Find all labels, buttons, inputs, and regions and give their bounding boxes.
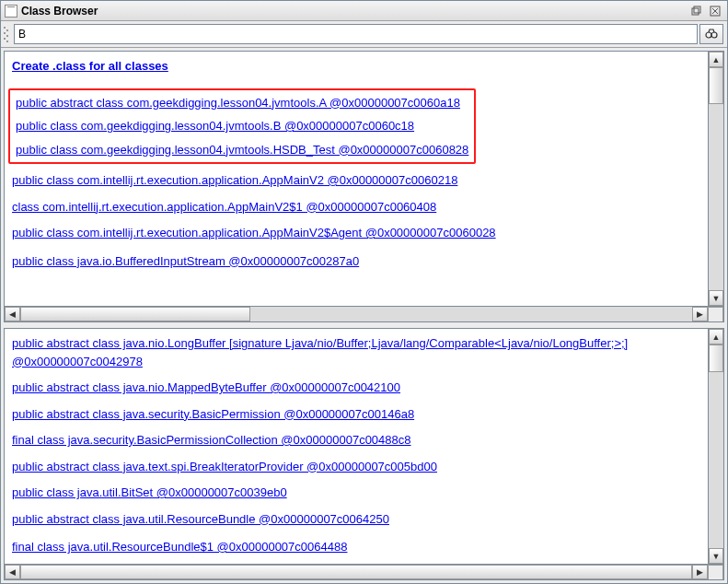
scroll-thumb[interactable] xyxy=(20,307,250,321)
class-link[interactable]: class com.intellij.rt.execution.applicat… xyxy=(12,198,716,216)
search-toolbar xyxy=(1,21,727,48)
search-input[interactable] xyxy=(14,24,698,44)
class-link[interactable]: public abstract class java.nio.LongBuffe… xyxy=(12,334,716,370)
scroll-track[interactable] xyxy=(20,307,692,321)
top-pane-content: Create .class for all classes public abs… xyxy=(5,52,723,306)
scroll-right-icon[interactable]: ▶ xyxy=(692,565,708,579)
class-link[interactable]: final class java.util.ResourceBundle$1 @… xyxy=(12,538,716,556)
window-title: Class Browser xyxy=(21,5,688,18)
scroll-down-icon[interactable]: ▼ xyxy=(709,290,723,306)
class-link[interactable]: public class com.intellij.rt.execution.a… xyxy=(12,171,716,190)
scroll-thumb[interactable] xyxy=(709,345,723,372)
titlebar-buttons xyxy=(688,4,723,18)
scroll-left-icon[interactable]: ◀ xyxy=(5,565,20,579)
search-button[interactable] xyxy=(699,24,723,44)
scroll-up-icon[interactable]: ▲ xyxy=(709,329,723,345)
svg-rect-0 xyxy=(692,8,699,15)
scroll-corner xyxy=(708,307,723,322)
svg-rect-1 xyxy=(694,6,700,13)
class-link[interactable]: public abstract class com.geekdigging.le… xyxy=(16,94,468,112)
window-icon xyxy=(5,5,17,18)
scroll-track[interactable] xyxy=(709,345,723,548)
bottom-pane: public abstract class java.nio.LongBuffe… xyxy=(4,328,724,580)
scroll-thumb[interactable] xyxy=(709,67,723,104)
highlighted-group: public abstract class com.geekdigging.le… xyxy=(8,88,476,165)
scroll-thumb[interactable] xyxy=(20,565,692,579)
maximize-icon[interactable] xyxy=(688,4,705,18)
class-link[interactable]: public class com.geekdigging.lesson04.jv… xyxy=(16,117,468,135)
create-class-link[interactable]: Create .class for all classes xyxy=(12,57,716,76)
titlebar: Class Browser xyxy=(1,1,727,21)
class-link[interactable]: public abstract class java.text.spi.Brea… xyxy=(12,458,716,476)
bottom-pane-content: public abstract class java.nio.LongBuffe… xyxy=(5,329,723,564)
class-link[interactable]: public abstract class java.security.Basi… xyxy=(12,405,716,424)
top-vscroll[interactable]: ▲ ▼ xyxy=(708,52,723,306)
svg-point-4 xyxy=(711,32,717,38)
class-link[interactable]: public class java.io.BufferedInputStream… xyxy=(12,252,716,271)
bottom-hscroll[interactable]: ◀ ▶ xyxy=(5,564,723,579)
scroll-up-icon[interactable]: ▲ xyxy=(709,52,723,67)
class-link[interactable]: public abstract class java.nio.MappedByt… xyxy=(12,379,716,397)
class-link[interactable]: public class com.intellij.rt.execution.a… xyxy=(12,224,716,242)
bottom-vscroll[interactable]: ▲ ▼ xyxy=(708,329,723,564)
scroll-corner xyxy=(708,565,723,580)
binoculars-icon xyxy=(705,28,718,41)
class-link[interactable]: public class java.util.BitSet @0x0000000… xyxy=(12,484,716,502)
class-link[interactable]: final class java.security.BasicPermissio… xyxy=(12,431,716,450)
top-hscroll[interactable]: ◀ ▶ xyxy=(5,306,723,321)
class-link[interactable]: public abstract class java.util.Resource… xyxy=(12,510,716,529)
toolbar-grip xyxy=(3,24,10,44)
scroll-track[interactable] xyxy=(20,565,692,579)
scroll-right-icon[interactable]: ▶ xyxy=(692,307,708,321)
svg-point-3 xyxy=(706,32,711,38)
scroll-track[interactable] xyxy=(709,67,723,290)
close-icon[interactable] xyxy=(707,4,723,18)
class-browser-window: Class Browser Create .class for xyxy=(0,0,728,584)
scroll-down-icon[interactable]: ▼ xyxy=(709,548,723,564)
class-link[interactable]: public class com.geekdigging.lesson04.jv… xyxy=(16,141,468,159)
pane-area: Create .class for all classes public abs… xyxy=(1,48,727,583)
top-pane: Create .class for all classes public abs… xyxy=(4,51,724,322)
scroll-left-icon[interactable]: ◀ xyxy=(5,307,20,321)
